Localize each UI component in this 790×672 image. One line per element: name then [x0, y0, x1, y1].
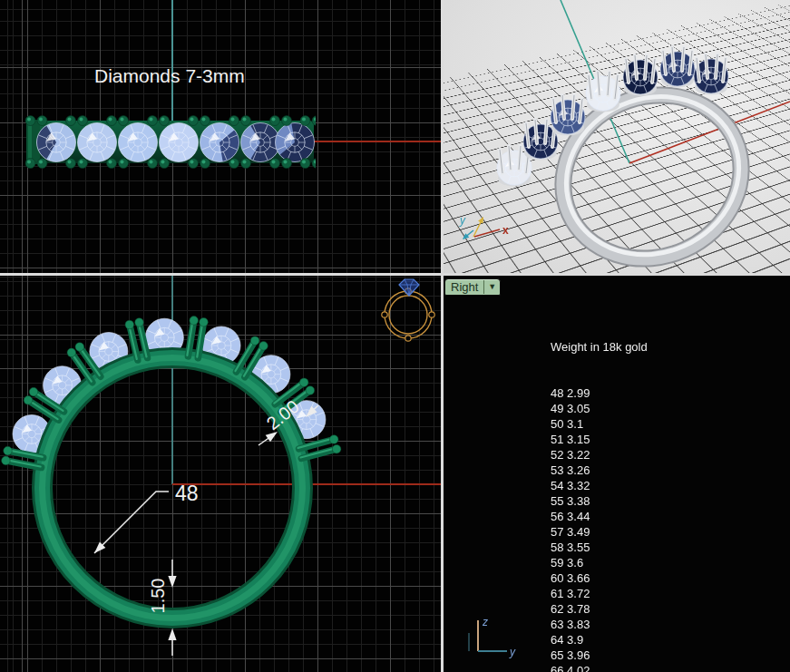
- weight-row: 62 3.78: [551, 601, 648, 617]
- ring-render: y x: [444, 0, 790, 273]
- viewport-splitter-vertical[interactable]: [441, 0, 444, 672]
- ring-curve-icon[interactable]: [382, 288, 434, 341]
- diamond-band-front-view: [25, 109, 316, 174]
- weight-row: 66 4.02: [551, 663, 648, 672]
- weight-row: 64 3.9: [551, 632, 648, 648]
- y-axis-label: y: [459, 214, 466, 227]
- weight-row: 65 3.96: [551, 648, 648, 663]
- weight-row: 63 3.83: [551, 617, 648, 632]
- weight-row: 60 3.66: [551, 570, 648, 586]
- viewport-tab-label[interactable]: Right: [445, 280, 483, 294]
- viewport-right[interactable]: Right ▼ Weight in 18k gold 48 2.9949 3.0…: [444, 276, 790, 672]
- viewport-perspective[interactable]: y x: [444, 0, 790, 273]
- x-axis-label: x: [502, 224, 509, 237]
- weight-table: Weight in 18k gold 48 2.9949 3.0550 3.15…: [551, 308, 648, 672]
- diamond-icon[interactable]: [399, 279, 419, 296]
- axis-gizmo-icon: z y: [451, 613, 541, 662]
- weight-row: 59 3.6: [551, 555, 648, 570]
- weight-row: 54 3.32: [551, 478, 648, 493]
- weight-row: 61 3.72: [551, 586, 648, 601]
- weight-row: 58 3.55: [551, 540, 648, 555]
- viewport-tab-right[interactable]: Right ▼: [444, 278, 501, 296]
- dimension-band-thickness: 1.50: [148, 579, 168, 614]
- weight-table-rows: 48 2.9949 3.0550 3.151 3.1552 3.2253 3.2…: [551, 385, 648, 672]
- x-axis-line: [313, 141, 441, 142]
- viewport-side[interactable]: 482.001.50: [0, 276, 441, 672]
- weight-row: 55 3.38: [551, 493, 648, 509]
- weight-row: 52 3.22: [551, 447, 648, 463]
- weight-row: 53 3.26: [551, 463, 648, 478]
- weight-row: 50 3.1: [551, 416, 648, 432]
- z-axis-label: z: [482, 616, 488, 628]
- viewport-front[interactable]: Diamonds 7-3mm: [0, 0, 441, 273]
- weight-row: 57 3.49: [551, 524, 648, 540]
- weight-row: 49 3.05: [551, 401, 648, 416]
- chevron-down-icon[interactable]: ▼: [483, 280, 500, 294]
- weight-row: 56 3.44: [551, 509, 648, 524]
- annotation-diamonds: Diamonds 7-3mm: [94, 65, 245, 87]
- ring-shank: [537, 67, 767, 273]
- weight-table-title: Weight in 18k gold: [551, 339, 648, 355]
- weight-row: 51 3.15: [551, 432, 648, 447]
- axis-gizmo-icon: y x: [459, 214, 509, 239]
- ring-side-view: 482.001.50: [0, 276, 441, 672]
- cad-workspace: Diamonds 7-3mm: [0, 0, 790, 672]
- viewport-splitter-horizontal[interactable]: [0, 273, 790, 276]
- weight-row: 48 2.99: [551, 385, 648, 401]
- dimension-inner-diameter: 48: [175, 482, 199, 505]
- y-axis-label: y: [509, 646, 516, 658]
